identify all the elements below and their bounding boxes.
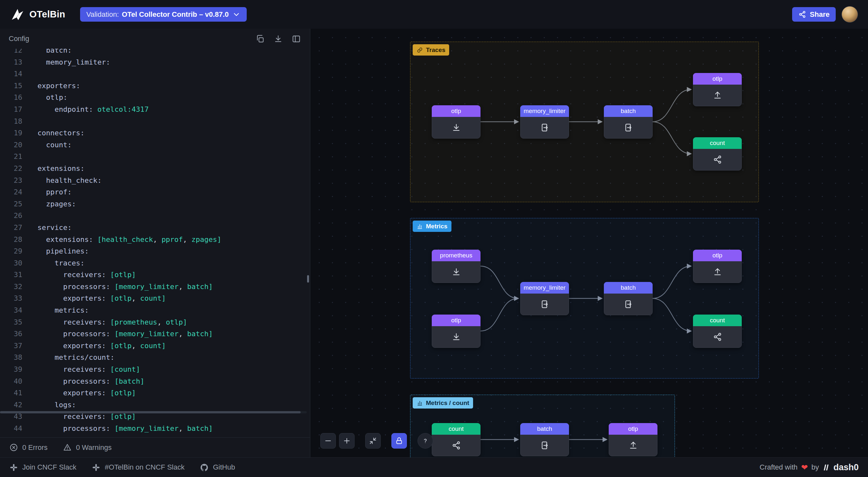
code-line[interactable]: 22extensions: bbox=[0, 163, 310, 175]
code-text: logs: bbox=[22, 399, 76, 411]
main-area: Config 12 batch:13 memory_limiter:1415ex… bbox=[0, 29, 868, 457]
footer-link-github[interactable]: GitHub bbox=[200, 463, 235, 472]
pipeline-node-count[interactable]: count bbox=[693, 137, 742, 171]
config-toolbar-buttons bbox=[255, 34, 301, 43]
editor-vertical-scrollbar[interactable] bbox=[307, 275, 309, 282]
code-line[interactable]: 13 memory_limiter: bbox=[0, 57, 310, 68]
line-number: 16 bbox=[0, 92, 22, 104]
code-line[interactable]: 15exporters: bbox=[0, 80, 310, 92]
pipeline-node-count[interactable]: count bbox=[432, 423, 480, 456]
code-line[interactable]: 36 processors: [memory_limiter, batch] bbox=[0, 328, 310, 340]
footer-link-label: #OTelBin on CNCF Slack bbox=[104, 463, 184, 472]
code-line[interactable]: 26 bbox=[0, 210, 310, 222]
node-header: otlp bbox=[609, 423, 657, 435]
pipeline-canvas[interactable]: Tracesotlpmemory_limiterbatchotlpcountMe… bbox=[310, 29, 868, 457]
pipeline-node-batch[interactable]: batch bbox=[604, 105, 653, 139]
editor-horizontal-scrollbar[interactable] bbox=[0, 411, 307, 413]
code-line[interactable]: 12 batch: bbox=[0, 49, 310, 57]
footer-link-otelbin-on-cncf-slack[interactable]: #OTelBin on CNCF Slack bbox=[92, 463, 184, 472]
code-line[interactable]: 28 extensions: [health_check, pprof, zpa… bbox=[0, 234, 310, 246]
zoom-in-button[interactable] bbox=[339, 433, 354, 449]
code-text: metrics/count: bbox=[22, 352, 114, 364]
file-output-icon bbox=[540, 299, 550, 309]
code-line[interactable]: 27service: bbox=[0, 222, 310, 234]
code-line[interactable]: 30 traces: bbox=[0, 258, 310, 269]
pipeline-node-memory-limiter[interactable]: memory_limiter bbox=[520, 105, 569, 139]
code-line[interactable]: 34 metrics: bbox=[0, 304, 310, 317]
pipeline-node-otlp[interactable]: otlp bbox=[432, 315, 480, 348]
code-line[interactable]: 37 exporters: [otlp, count] bbox=[0, 340, 310, 352]
code-text: receivers: [prometheus, otlp] bbox=[22, 317, 187, 328]
copy-config-button[interactable] bbox=[255, 34, 265, 43]
node-header: count bbox=[693, 315, 742, 326]
app-name: OTelBin bbox=[29, 9, 65, 20]
code-line[interactable]: 16 otlp: bbox=[0, 92, 310, 104]
download-icon bbox=[452, 267, 461, 277]
node-header: count bbox=[432, 423, 480, 435]
warnings-status[interactable]: 0 Warnings bbox=[63, 443, 112, 452]
code-line[interactable]: 20 count: bbox=[0, 139, 310, 151]
code-line[interactable]: 42 logs: bbox=[0, 399, 310, 411]
node-header: otlp bbox=[432, 105, 480, 117]
config-toolbar: Config bbox=[0, 29, 310, 49]
lock-button[interactable] bbox=[392, 433, 407, 449]
errors-count: 0 Errors bbox=[22, 443, 48, 452]
pipeline-node-batch[interactable]: batch bbox=[604, 282, 653, 315]
code-text: extensions: [health_check, pprof, zpages… bbox=[22, 234, 221, 246]
code-text: exporters: [otlp, count] bbox=[22, 340, 166, 352]
fit-view-button[interactable] bbox=[365, 433, 381, 449]
pipeline-node-count[interactable]: count bbox=[693, 315, 742, 348]
code-line[interactable]: 14 bbox=[0, 68, 310, 80]
code-line[interactable]: 29 pipelines: bbox=[0, 245, 310, 258]
footer-link-join-cncf-slack[interactable]: Join CNCF Slack bbox=[9, 463, 76, 472]
code-line[interactable]: 38 metrics/count: bbox=[0, 352, 310, 364]
code-line[interactable]: 19connectors: bbox=[0, 127, 310, 139]
scrollbar-thumb[interactable] bbox=[0, 411, 301, 413]
share-button[interactable]: Share bbox=[792, 7, 836, 22]
code-line[interactable]: 17 endpoint: otelcol:4317 bbox=[0, 104, 310, 116]
code-line[interactable]: 25 zpages: bbox=[0, 198, 310, 210]
code-line[interactable]: 33 exporters: [otlp, count] bbox=[0, 293, 310, 304]
pipeline-node-otlp[interactable]: otlp bbox=[693, 250, 742, 283]
code-line[interactable]: 40 processors: [batch] bbox=[0, 376, 310, 388]
code-editor[interactable]: 12 batch:13 memory_limiter:1415exporters… bbox=[0, 49, 310, 435]
pipeline-node-batch[interactable]: batch bbox=[520, 423, 569, 456]
pipeline-node-otlp[interactable]: otlp bbox=[609, 423, 657, 456]
code-line[interactable]: 21 bbox=[0, 151, 310, 163]
node-body bbox=[521, 435, 569, 456]
footer: Join CNCF Slack#OTelBin on CNCF SlackGit… bbox=[0, 457, 868, 477]
group-label-traces[interactable]: Traces bbox=[413, 44, 449, 56]
code-line[interactable]: 39 receivers: [count] bbox=[0, 364, 310, 376]
help-button[interactable] bbox=[417, 433, 433, 449]
code-text: batch: bbox=[22, 49, 72, 57]
code-line[interactable]: 32 processors: [memory_limiter, batch] bbox=[0, 281, 310, 293]
chart-icon bbox=[416, 400, 423, 406]
user-avatar[interactable] bbox=[841, 6, 858, 23]
line-number: 19 bbox=[0, 127, 22, 139]
code-line[interactable]: 31 receivers: [otlp] bbox=[0, 269, 310, 281]
collapse-panel-button[interactable] bbox=[291, 34, 301, 43]
pipeline-group-metrics[interactable]: Metrics bbox=[410, 218, 759, 379]
file-output-icon bbox=[624, 299, 633, 309]
pipeline-node-memory-limiter[interactable]: memory_limiter bbox=[520, 282, 569, 315]
code-line[interactable]: 18 bbox=[0, 116, 310, 127]
errors-status[interactable]: 0 Errors bbox=[9, 443, 48, 452]
pipeline-node-otlp[interactable]: otlp bbox=[693, 73, 742, 106]
pipeline-node-otlp[interactable]: otlp bbox=[432, 105, 480, 139]
dash0-logo[interactable]: dash0 bbox=[823, 463, 859, 473]
code-text: processors: [batch] bbox=[22, 376, 144, 388]
code-line[interactable]: 35 receivers: [prometheus, otlp] bbox=[0, 317, 310, 328]
node-body bbox=[693, 326, 741, 347]
pipeline-node-prometheus[interactable]: prometheus bbox=[432, 250, 480, 283]
validation-dropdown[interactable]: Validation: OTel Collector Contrib – v0.… bbox=[80, 7, 247, 22]
group-label-metrics-count[interactable]: Metrics / count bbox=[413, 397, 473, 409]
share-icon bbox=[713, 332, 722, 342]
code-line[interactable]: 41 exporters: [otlp] bbox=[0, 387, 310, 399]
code-line[interactable]: 24 pprof: bbox=[0, 186, 310, 198]
download-config-button[interactable] bbox=[274, 34, 283, 43]
code-text: exporters: bbox=[22, 80, 80, 92]
zoom-out-button[interactable] bbox=[320, 433, 336, 449]
code-line[interactable]: 44 processors: [memory_limiter, batch] bbox=[0, 423, 310, 435]
code-line[interactable]: 23 health_check: bbox=[0, 175, 310, 187]
group-label-metrics[interactable]: Metrics bbox=[413, 220, 452, 232]
